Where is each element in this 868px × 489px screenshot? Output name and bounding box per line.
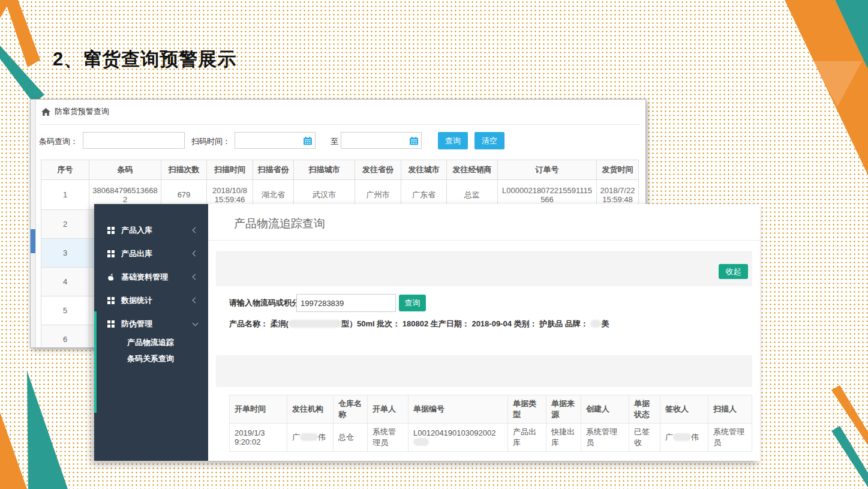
- col-header: 条码: [89, 160, 161, 180]
- slide-canvas: 2、窜货查询预警展示 防窜货预警查询 条码查询： 扫码时间： 至 查询 清空: [0, 0, 868, 489]
- calendar-icon[interactable]: [304, 137, 312, 148]
- cell-doc-no: L001204190103092002: [409, 424, 508, 452]
- col-header: 发往省份: [355, 160, 401, 180]
- cell-seq: 2: [41, 210, 89, 239]
- collapse-button[interactable]: 收起: [719, 264, 748, 279]
- sidebar-subitem-barcode-relation[interactable]: 条码关系查询: [94, 350, 208, 367]
- search-form: 条码查询： 扫码时间： 至 查询 清空: [31, 132, 645, 150]
- sidebar-item-product-outbound[interactable]: 产品出库: [94, 242, 208, 265]
- table-header-row: 序号 条码 扫描次数 扫描时间 扫描省份 扫描城市 发往省份 发往城市 发往经销…: [41, 160, 639, 180]
- col-header: 发货时间: [597, 160, 639, 180]
- grid-icon: [107, 320, 115, 328]
- tracking-query-button[interactable]: 查询: [399, 295, 426, 311]
- col-header: 序号: [41, 160, 89, 180]
- col-header: 开单人: [368, 395, 409, 424]
- page-title: 产品物流追踪查询: [234, 216, 325, 232]
- col-header: 扫描人: [708, 395, 752, 424]
- calendar-icon[interactable]: [410, 137, 418, 148]
- cell-signer: 广伟: [660, 424, 708, 452]
- sidebar-item-label: 产品出库: [121, 248, 152, 259]
- redacted-blur: [673, 433, 691, 441]
- sidebar-item-data-stats[interactable]: 数据统计: [94, 289, 208, 312]
- toolbar-panel: 收起: [216, 251, 752, 286]
- scrollbar-thumb[interactable]: [31, 229, 35, 253]
- decor-triangle-teal-bl: [27, 371, 68, 489]
- col-header: 单据状态: [629, 395, 660, 424]
- table-row[interactable]: 2019/1/3 9:20:02 广伟 总仓 系统管理员 L0012041901…: [230, 424, 752, 452]
- col-header: 开单时间: [230, 395, 287, 424]
- grid-icon: [107, 227, 115, 234]
- barcode-query-label: 条码查询：: [39, 136, 78, 147]
- cell-seq: 3: [41, 239, 89, 268]
- sidebar-item-label: 基础资料管理: [121, 272, 168, 283]
- redacted-blur: [300, 433, 318, 441]
- cell-doc-type: 产品出库: [508, 424, 546, 452]
- redacted-blur: [590, 320, 601, 328]
- col-header: 仓库名称: [334, 395, 368, 424]
- sidebar-item-label: 产品入库: [121, 225, 152, 236]
- cell-org: 广伟: [287, 424, 334, 452]
- window-logistics-tracking: 产品入库 产品出库 基础资料管理 数据统计 防伪管理: [94, 204, 760, 461]
- cell-status: 已签收: [629, 424, 660, 452]
- product-info-part: 产品名称： 柔润(: [229, 319, 289, 328]
- cell-seq: 5: [41, 296, 89, 325]
- cell-seq: 6: [41, 325, 89, 349]
- cell-created-by: 系统管理员: [581, 424, 629, 452]
- to-label: 至: [331, 136, 338, 147]
- main-content: 产品物流追踪查询 收起 请输入物流码或积分码 查询 产品名称： 柔润(型）50m…: [208, 204, 760, 461]
- cell-seq: 1: [41, 180, 89, 210]
- col-header: 订单号: [498, 160, 597, 180]
- col-header: 单据编号: [409, 395, 508, 424]
- breadcrumb-label: 防窜货预警查询: [55, 106, 109, 117]
- col-header: 扫描次数: [161, 160, 207, 180]
- col-header: 单据类型: [508, 395, 546, 424]
- clear-button[interactable]: 清空: [474, 132, 504, 149]
- chevron-left-icon: [193, 251, 199, 257]
- results-toolbar-panel: [216, 355, 752, 387]
- chevron-down-icon: [193, 320, 199, 326]
- col-header: 签收人: [660, 395, 708, 424]
- redacted-blur: [289, 320, 341, 328]
- slide-title: 2、窜货查询预警展示: [53, 47, 236, 72]
- barcode-query-input[interactable]: [83, 132, 185, 149]
- sidebar-item-label: 数据统计: [121, 295, 152, 306]
- cell-scanner: 系统管理员: [708, 424, 752, 452]
- grid-icon: [107, 297, 115, 304]
- breadcrumb: 防窜货预警查询: [41, 106, 109, 117]
- grid-icon: [107, 250, 115, 257]
- cell-seq: 4: [41, 268, 89, 296]
- product-info-part: 美: [601, 319, 609, 328]
- tracking-search-label: 请输入物流码或积分码: [229, 298, 307, 308]
- cell-warehouse: 总仓: [334, 424, 368, 452]
- query-button[interactable]: 查询: [438, 132, 468, 149]
- col-header: 发往机构: [287, 395, 334, 424]
- sidebar: 产品入库 产品出库 基础资料管理 数据统计 防伪管理: [94, 204, 208, 461]
- sidebar-subitem-logistics-tracking[interactable]: 产品物流追踪: [94, 334, 208, 350]
- cell-maker: 系统管理员: [368, 424, 409, 452]
- col-header: 扫描时间: [207, 160, 253, 180]
- sidebar-subitem-label: 条码关系查询: [127, 353, 174, 364]
- product-info-part: 型）50ml 批次： 180802 生产日期： 2018-09-04 类别： 护…: [341, 319, 588, 328]
- chevron-left-icon: [193, 298, 199, 304]
- tracking-code-input[interactable]: [296, 294, 396, 312]
- chevron-left-icon: [193, 274, 199, 280]
- sidebar-item-base-data[interactable]: 基础资料管理: [94, 265, 208, 289]
- table-header-row: 开单时间 发往机构 仓库名称 开单人 单据编号 单据类型 单据来源 创建人 单据…: [230, 395, 752, 424]
- decor-triangle-orange-bl: [0, 412, 27, 489]
- chevron-left-icon: [193, 227, 199, 233]
- sidebar-item-product-inbound[interactable]: 产品入库: [94, 218, 208, 242]
- cell-time: 2019/1/3 9:20:02: [230, 424, 287, 452]
- col-header: 创建人: [581, 395, 629, 424]
- sidebar-item-anti-fake[interactable]: 防伪管理: [94, 312, 208, 335]
- col-header: 单据来源: [546, 395, 581, 424]
- cell-doc-source: 快捷出库: [546, 424, 581, 452]
- divider: [208, 240, 760, 241]
- redacted-blur: [413, 438, 429, 446]
- sidebar-subitem-label: 产品物流追踪: [127, 337, 174, 348]
- sidebar-item-label: 防伪管理: [121, 319, 152, 329]
- col-header: 扫描省份: [253, 160, 294, 180]
- divider: [39, 124, 641, 125]
- scan-time-label: 扫码时间：: [191, 136, 230, 147]
- logistics-table: 开单时间 发往机构 仓库名称 开单人 单据编号 单据类型 单据来源 创建人 单据…: [229, 395, 752, 452]
- col-header: 发往城市: [401, 160, 447, 180]
